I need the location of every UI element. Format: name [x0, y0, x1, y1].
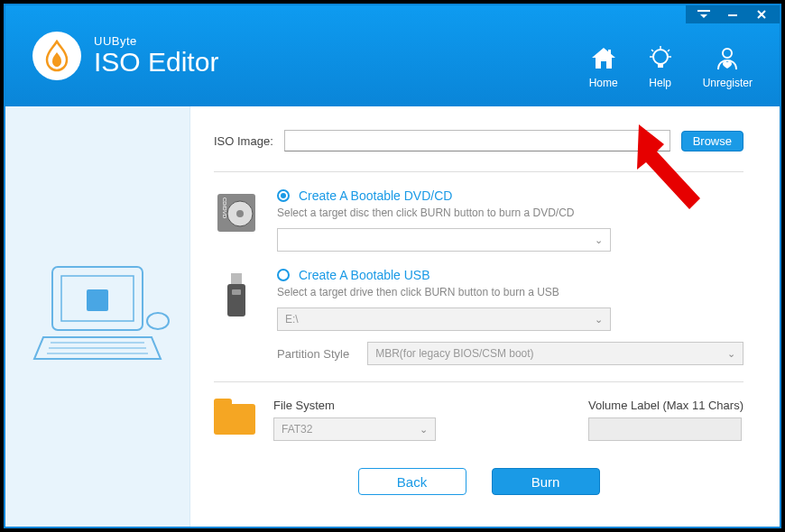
svg-point-1 [653, 50, 668, 64]
chevron-down-icon: ⌄ [595, 314, 603, 326]
divider [214, 171, 743, 172]
back-button[interactable]: Back [358, 468, 466, 495]
browse-button[interactable]: Browse [681, 131, 743, 151]
iso-image-label: ISO Image: [214, 134, 273, 148]
close-button[interactable] [754, 7, 769, 22]
header-nav: Home Help [589, 23, 753, 89]
option-dvd-title: Create A Bootable DVD/CD [299, 188, 452, 203]
brand-sub: UUByte [94, 35, 218, 48]
user-heart-icon [715, 46, 740, 71]
app-header: UUByte ISO Editor Home [5, 5, 780, 106]
svg-rect-0 [608, 50, 611, 55]
filesystem-select: FAT32 ⌄ [273, 417, 436, 441]
svg-rect-13 [87, 289, 108, 311]
laptop-illustration-icon [25, 258, 170, 375]
svg-line-4 [651, 50, 653, 51]
lightbulb-icon [649, 46, 672, 71]
nav-help[interactable]: Help [649, 46, 672, 89]
svg-point-21 [236, 210, 244, 217]
nav-home-label: Home [589, 77, 618, 89]
partition-label: Partition Style [277, 347, 349, 361]
nav-help-label: Help [649, 77, 671, 89]
iso-image-input[interactable] [284, 130, 670, 151]
usb-drive-value: E:\ [285, 313, 299, 326]
brand-main: ISO Editor [94, 48, 218, 77]
nav-unregister-label: Unregister [703, 77, 753, 89]
app-window: UUByte ISO Editor Home [4, 4, 781, 528]
radio-usb[interactable]: Create A Bootable USB [277, 268, 743, 282]
partition-style-select: MBR(for legacy BIOS/CSM boot) ⌄ [367, 342, 743, 365]
partition-style-value: MBR(for legacy BIOS/CSM boot) [375, 347, 533, 360]
svg-rect-10 [728, 14, 737, 16]
usb-icon [214, 268, 259, 320]
dvd-target-select[interactable]: ⌄ [277, 228, 611, 252]
main-panel: ISO Image: Browse CD/DVD [190, 106, 780, 527]
window-controls [686, 5, 780, 23]
usb-drive-select: E:\ ⌄ [277, 307, 611, 331]
home-icon [590, 46, 617, 71]
sidebar [5, 106, 190, 527]
titlebar-dropdown-icon[interactable] [697, 7, 711, 22]
svg-rect-2 [658, 64, 663, 68]
dvd-icon: CD/DVD [214, 188, 259, 234]
nav-unregister[interactable]: Unregister [703, 46, 753, 89]
filesystem-value: FAT32 [282, 423, 312, 436]
chevron-down-icon: ⌄ [420, 424, 428, 436]
partition-row: Partition Style MBR(for legacy BIOS/CSM … [277, 342, 743, 365]
chevron-down-icon: ⌄ [595, 234, 603, 246]
brand-text: UUByte ISO Editor [94, 35, 218, 76]
radio-dvd[interactable]: Create A Bootable DVD/CD [277, 188, 743, 203]
flame-logo-icon [32, 32, 81, 80]
svg-rect-24 [232, 289, 241, 295]
minimize-button[interactable] [725, 7, 740, 22]
divider [214, 381, 743, 382]
option-usb-title: Create A Bootable USB [299, 268, 430, 282]
svg-point-17 [147, 313, 169, 329]
svg-rect-9 [697, 10, 710, 12]
svg-line-5 [668, 50, 670, 51]
radio-dvd-indicator [277, 189, 290, 202]
option-usb-hint: Select a target drive then click BURN bu… [277, 286, 743, 298]
volume-label-input [588, 417, 742, 441]
option-usb: Create A Bootable USB Select a target dr… [214, 268, 743, 365]
folder-icon [214, 404, 255, 435]
burn-button[interactable]: Burn [492, 468, 600, 495]
svg-point-8 [723, 49, 732, 58]
option-dvd: CD/DVD Create A Bootable DVD/CD Select a… [214, 188, 743, 252]
brand: UUByte ISO Editor [32, 32, 218, 80]
filesystem-row: File System FAT32 ⌄ Volume Label (Max 11… [214, 399, 743, 441]
body: ISO Image: Browse CD/DVD [5, 106, 780, 527]
volume-label-heading: Volume Label (Max 11 Chars) [588, 399, 743, 412]
nav-home[interactable]: Home [589, 46, 618, 89]
svg-text:CD/DVD: CD/DVD [222, 197, 227, 219]
chevron-down-icon: ⌄ [727, 348, 735, 360]
action-buttons: Back Burn [214, 468, 743, 495]
radio-usb-indicator [277, 269, 290, 281]
svg-rect-22 [231, 273, 242, 284]
iso-image-row: ISO Image: Browse [214, 130, 743, 151]
option-dvd-hint: Select a target disc then click BURN but… [277, 206, 743, 219]
filesystem-label: File System [273, 399, 436, 412]
svg-rect-23 [227, 284, 245, 316]
